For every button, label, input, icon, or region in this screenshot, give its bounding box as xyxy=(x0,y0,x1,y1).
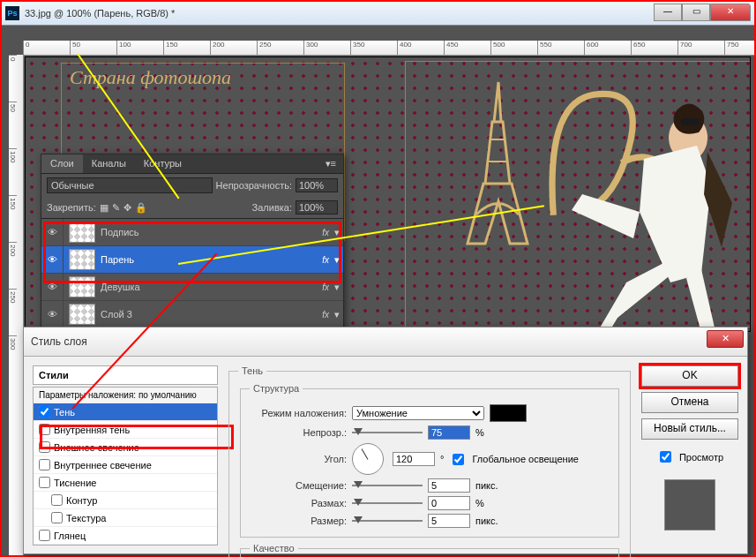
chevron-down-icon[interactable]: ▾ xyxy=(334,282,340,293)
ok-button[interactable]: OK xyxy=(641,365,738,387)
layer-row[interactable]: 👁 Девушка fx▾ xyxy=(41,274,343,301)
lock-move-icon[interactable]: ✥ xyxy=(124,202,131,214)
blend-mode-label: Режим наложения: xyxy=(250,408,347,418)
new-style-button[interactable]: Новый стиль... xyxy=(641,418,738,440)
fx-indicator[interactable]: fx xyxy=(322,310,329,320)
distance-value[interactable]: 5 xyxy=(428,478,470,493)
distance-slider[interactable] xyxy=(352,479,423,492)
eye-icon[interactable]: 👁 xyxy=(41,219,64,245)
effect-drop-shadow[interactable]: Тень xyxy=(34,403,217,421)
fx-indicator[interactable]: fx xyxy=(322,255,329,265)
layer-thumb[interactable] xyxy=(69,249,95,270)
angle-value[interactable]: 120 xyxy=(393,452,435,466)
layer-name[interactable]: Девушка xyxy=(101,282,322,292)
blend-mode-select[interactable]: Обычные xyxy=(47,177,213,193)
structure-group: Структура Режим наложения: Умножение Неп… xyxy=(240,383,619,538)
maximize-button[interactable]: ▭ xyxy=(682,4,710,21)
size-value[interactable]: 5 xyxy=(428,514,470,528)
shadow-group: Тень Структура Режим наложения: Умножени… xyxy=(228,365,631,557)
minimize-button[interactable]: — xyxy=(654,4,682,21)
layer-thumb[interactable] xyxy=(69,222,95,243)
effect-checkbox[interactable] xyxy=(51,512,63,523)
effect-inner-shadow[interactable]: Внутренняя тень xyxy=(34,421,217,439)
lock-brush-icon[interactable]: ✎ xyxy=(112,202,120,214)
layer-thumb[interactable] xyxy=(69,304,95,325)
effect-label: Тень xyxy=(54,407,75,418)
fill-field[interactable]: 100% xyxy=(296,200,338,215)
effect-label: Внешнее свечение xyxy=(54,442,139,453)
preview-checkbox[interactable] xyxy=(660,451,671,463)
ruler-horizontal: 0501001502002503003504004505005506006507… xyxy=(23,41,754,56)
shadow-color-swatch[interactable] xyxy=(490,404,527,422)
layer-name[interactable]: Слой 3 xyxy=(101,309,322,320)
layer-row[interactable]: 👁 Парень fx▾ xyxy=(41,246,343,274)
effect-label: Внутреннее свечение xyxy=(54,460,152,470)
man-figure xyxy=(556,97,750,332)
close-button[interactable]: ✕ xyxy=(710,4,751,21)
layer-thumb[interactable] xyxy=(69,276,95,297)
layers-panel: Слои Каналы Контуры ▾≡ Обычные Непрозрач… xyxy=(41,154,344,329)
chevron-down-icon[interactable]: ▾ xyxy=(334,309,340,320)
layer-row[interactable]: 👁 Подпись fx▾ xyxy=(41,219,343,246)
layer-style-dialog: Стиль слоя ✕ Стили Параметры наложения: … xyxy=(23,327,748,554)
fx-indicator[interactable]: fx xyxy=(322,282,329,292)
opacity-field[interactable]: 100% xyxy=(296,178,338,192)
fx-indicator[interactable]: fx xyxy=(322,228,329,237)
window-title: 33.jpg @ 100% (Парень, RGB/8) * xyxy=(25,8,175,19)
ruler-vertical: 050100150200250300 xyxy=(9,55,24,555)
cancel-button[interactable]: Отмена xyxy=(641,392,738,413)
global-light-checkbox[interactable] xyxy=(453,454,464,465)
eye-icon[interactable]: 👁 xyxy=(41,274,64,300)
unit-label: пикс. xyxy=(475,516,498,526)
lock-all-icon[interactable]: 🔒 xyxy=(135,202,147,214)
effect-label: Глянец xyxy=(54,531,86,541)
quality-legend: Качество xyxy=(250,543,298,553)
effect-checkbox[interactable] xyxy=(39,530,50,541)
size-slider[interactable] xyxy=(352,515,423,527)
styles-header[interactable]: Стили xyxy=(33,365,218,385)
preview-label: Просмотр xyxy=(679,452,723,463)
effect-checkbox[interactable] xyxy=(39,441,50,453)
unit-label: ° xyxy=(440,454,444,464)
opacity-slider[interactable] xyxy=(352,426,423,439)
effect-label: Текстура xyxy=(66,513,106,523)
blending-defaults[interactable]: Параметры наложения: по умолчанию xyxy=(34,388,217,403)
effect-checkbox[interactable] xyxy=(39,459,50,470)
preview-swatch xyxy=(664,479,715,531)
eiffel-tower-icon xyxy=(459,78,538,245)
effect-label: Внутренняя тень xyxy=(54,425,130,435)
eye-icon[interactable]: 👁 xyxy=(41,246,64,273)
chevron-down-icon[interactable]: ▾ xyxy=(334,227,340,238)
shadow-legend: Тень xyxy=(238,365,266,376)
layer-name[interactable]: Парень xyxy=(101,254,322,265)
angle-dial[interactable] xyxy=(352,443,384,475)
spread-value[interactable]: 0 xyxy=(428,496,470,510)
effect-checkbox[interactable] xyxy=(39,477,50,488)
effect-checkbox[interactable] xyxy=(39,424,50,435)
dialog-title: Стиль слоя xyxy=(24,327,747,357)
lock-transparent-icon[interactable]: ▦ xyxy=(100,202,109,214)
spread-slider[interactable] xyxy=(352,497,423,509)
effect-texture[interactable]: Текстура xyxy=(34,509,217,527)
layer-row[interactable]: 👁 Слой 3 fx▾ xyxy=(41,301,343,328)
tab-paths[interactable]: Контуры xyxy=(135,154,191,173)
layer-name[interactable]: Подпись xyxy=(101,227,322,237)
panel-menu-icon[interactable]: ▾≡ xyxy=(318,154,343,173)
effect-inner-glow[interactable]: Внутреннее свечение xyxy=(34,456,217,474)
quality-group: Качество xyxy=(240,543,619,557)
tab-layers[interactable]: Слои xyxy=(41,154,83,173)
blend-mode-select[interactable]: Умножение xyxy=(352,406,484,420)
unit-label: % xyxy=(475,427,484,438)
effect-satin[interactable]: Глянец xyxy=(34,527,217,545)
opacity-value[interactable]: 75 xyxy=(428,425,470,440)
eye-icon[interactable]: 👁 xyxy=(41,301,64,327)
effect-checkbox[interactable] xyxy=(39,406,50,418)
effect-contour[interactable]: Контур xyxy=(34,492,217,509)
chevron-down-icon[interactable]: ▾ xyxy=(334,254,340,266)
lock-label: Закрепить: xyxy=(47,202,96,213)
dialog-close-button[interactable]: ✕ xyxy=(707,330,744,348)
tab-channels[interactable]: Каналы xyxy=(83,154,135,173)
effect-outer-glow[interactable]: Внешнее свечение xyxy=(34,439,217,456)
effect-bevel[interactable]: Тиснение xyxy=(34,474,217,492)
effect-checkbox[interactable] xyxy=(51,494,63,506)
